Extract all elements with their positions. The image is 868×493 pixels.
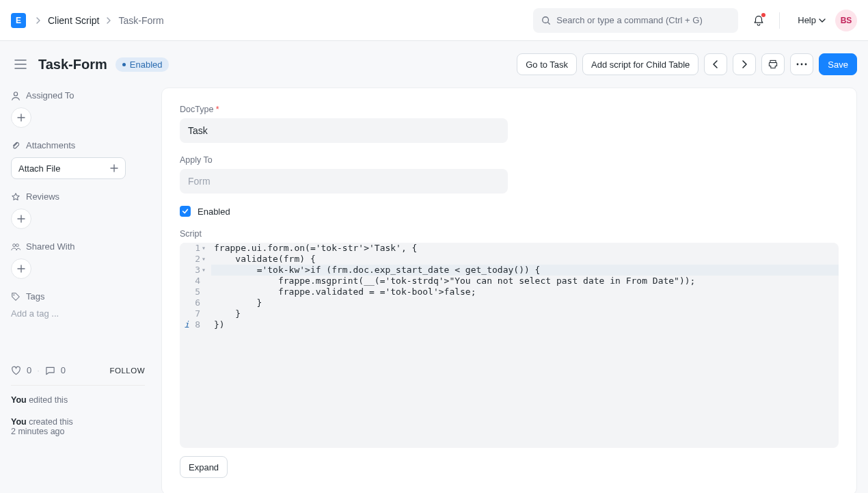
script-code-editor[interactable]: 1▾frappe.ui.form.on(='tok-str'>'Task', {… [180,243,839,448]
notifications-button[interactable] [748,10,770,31]
more-menu-button[interactable] [790,53,813,75]
add-review-button[interactable] [11,209,31,229]
tags-label: Tags [26,291,44,302]
help-dropdown[interactable]: Help [798,15,826,25]
save-button[interactable]: Save [819,53,857,75]
help-label: Help [798,15,816,25]
print-button[interactable] [761,53,785,75]
plus-icon [110,164,118,172]
prev-button[interactable] [704,53,727,75]
likes-count: 0 [27,365,31,375]
svg-point-3 [801,64,803,66]
svg-point-7 [16,243,18,246]
heart-icon[interactable] [11,366,21,375]
tag-icon [11,292,21,302]
follow-button[interactable]: FOLLOW [109,367,145,375]
user-icon [11,91,21,101]
top-navbar: E Client Script Task-Form Search or type… [0,0,868,41]
sidebar-toggle-button[interactable] [11,55,30,74]
chevron-right-icon [36,17,41,24]
nav-divider [779,12,780,29]
doctype-input[interactable]: Task [180,118,508,143]
activity-edited: You edited this [11,395,145,405]
add-share-button[interactable] [11,258,31,279]
enabled-label: Enabled [198,206,230,217]
apply-to-label: Apply To [180,155,508,165]
chevron-down-icon [819,18,826,23]
users-icon [11,242,21,252]
script-label: Script [180,229,839,239]
go-to-task-button[interactable]: Go to Task [517,53,577,75]
paperclip-icon [11,141,21,150]
shared-with-label: Shared With [26,241,75,252]
svg-point-6 [13,243,16,246]
svg-point-8 [14,294,15,295]
attach-file-button[interactable]: Attach File [11,157,126,179]
breadcrumb-parent[interactable]: Client Script [48,15,99,26]
breadcrumb-current: Task-Form [118,15,163,26]
status-pill: Enabled [116,57,169,72]
svg-point-4 [805,64,807,66]
engagement-row: 0 · 0 FOLLOW [11,365,145,375]
attachments-label: Attachments [26,140,75,150]
expand-button[interactable]: Expand [180,456,228,478]
svg-point-5 [14,92,17,95]
form-card: DocType * Task Apply To Form Enabled Scr… [161,88,857,493]
comment-icon[interactable] [45,366,55,375]
doctype-label: DocType * [180,105,508,114]
page-title: Task-Form [38,57,107,72]
enabled-checkbox[interactable] [180,206,191,217]
svg-point-2 [797,64,799,66]
breadcrumb: Client Script Task-Form [36,15,164,26]
add-assignee-button[interactable] [11,107,31,128]
add-child-script-button[interactable]: Add script for Child Table [582,53,699,75]
global-search-input[interactable]: Search or type a command (Ctrl + G) [533,8,738,33]
comments-count: 0 [61,365,66,375]
chevron-right-icon [106,17,111,24]
star-icon [11,192,21,202]
apply-to-select[interactable]: Form [180,169,508,194]
activity-created: You created this 2 minutes ago [11,417,145,436]
reviews-label: Reviews [26,191,59,202]
left-sidebar: Assigned To Attachments Attach File [11,88,145,436]
attach-file-label: Attach File [18,163,60,174]
next-button[interactable] [733,53,756,75]
search-placeholder: Search or type a command (Ctrl + G) [556,15,703,25]
app-logo[interactable]: E [11,13,26,28]
assigned-to-label: Assigned To [26,90,74,101]
add-tag-input[interactable]: Add a tag ... [11,308,145,319]
search-icon [541,16,551,25]
user-avatar[interactable]: BS [835,10,857,31]
notification-dot-icon [761,13,765,17]
status-label: Enabled [130,59,163,70]
page-header: Task-Form Enabled Go to Task Add script … [0,41,868,88]
status-dot-icon [122,63,126,66]
